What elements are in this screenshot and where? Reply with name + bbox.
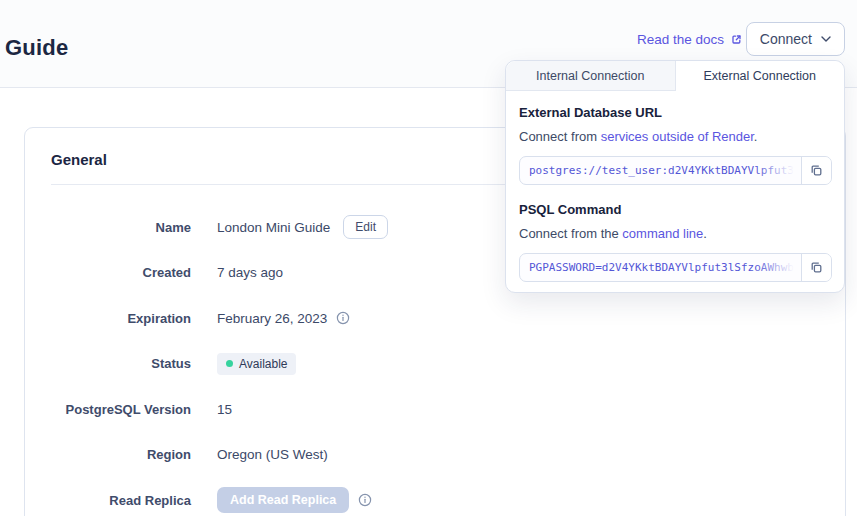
description-text: Connect from [519,129,601,144]
connect-popover: Internal Connection External Connection … [505,60,845,293]
external-connection-panel: External Database URL Connect from servi… [506,91,844,282]
psql-command-group: PGPASSWORD=d2V4YKktBDAYVlpfut3lSfzoAWhwb… [519,253,832,282]
services-outside-render-link[interactable]: services outside of Render [601,129,754,144]
copy-icon [809,163,824,178]
created-value: 7 days ago [217,265,283,280]
expiration-value: February 26, 2023 [217,311,327,326]
page-title: Guide [5,35,68,61]
status-badge: Available [217,353,296,375]
info-icon[interactable] [336,311,350,325]
external-database-url-group: postgres://test_user:d2V4YKktBDAYVlpfut3… [519,156,832,185]
region-label: Region [51,447,191,462]
copy-database-url-button[interactable] [801,157,831,184]
connect-button-label: Connect [760,31,812,47]
psql-command-field[interactable]: PGPASSWORD=d2V4YKktBDAYVlpfut3lSfzoAWhwb… [520,254,801,281]
description-text: . [754,129,758,144]
tab-internal-connection[interactable]: Internal Connection [506,61,676,91]
read-the-docs-label: Read the docs [637,32,724,47]
status-label: Status [51,356,191,371]
external-database-url-description: Connect from services outside of Render. [519,129,832,144]
edit-name-button[interactable]: Edit [343,215,388,239]
status-badge-label: Available [239,357,287,371]
description-text: . [703,226,707,241]
read-replica-label: Read Replica [51,493,191,508]
status-dot-icon [226,360,233,367]
description-text: Connect from the [519,226,622,241]
row-status: Status Available [51,349,819,379]
psql-command-description: Connect from the command line. [519,226,832,241]
region-value: Oregon (US West) [217,447,328,462]
psql-command-heading: PSQL Command [519,202,832,217]
expiration-label: Expiration [51,311,191,326]
external-link-icon [730,33,743,46]
row-expiration: Expiration February 26, 2023 [51,303,819,333]
row-read-replica: Read Replica Add Read Replica [51,485,819,515]
created-label: Created [51,265,191,280]
external-database-url-field[interactable]: postgres://test_user:d2V4YKktBDAYVlpfut3… [520,157,801,184]
name-label: Name [51,220,191,235]
copy-icon [809,260,824,275]
tab-internal-connection-label: Internal Connection [536,69,644,83]
row-postgresql-version: PostgreSQL Version 15 [51,394,819,424]
chevron-down-icon [821,36,831,42]
tab-external-connection[interactable]: External Connection [676,61,845,91]
row-region: Region Oregon (US West) [51,440,819,470]
command-line-link[interactable]: command line [622,226,703,241]
copy-psql-command-button[interactable] [801,254,831,281]
tab-external-connection-label: External Connection [703,69,816,83]
name-value: London Mini Guide [217,220,330,235]
page: Guide Read the docs Connect Internal Con… [0,0,857,516]
add-read-replica-button[interactable]: Add Read Replica [217,487,349,513]
connection-tabs: Internal Connection External Connection [506,61,844,91]
read-the-docs-link[interactable]: Read the docs [637,32,743,47]
postgresql-version-value: 15 [217,402,232,417]
info-icon[interactable] [358,493,372,507]
postgresql-version-label: PostgreSQL Version [51,402,191,417]
external-database-url-heading: External Database URL [519,105,832,120]
connect-button[interactable]: Connect [746,22,845,56]
